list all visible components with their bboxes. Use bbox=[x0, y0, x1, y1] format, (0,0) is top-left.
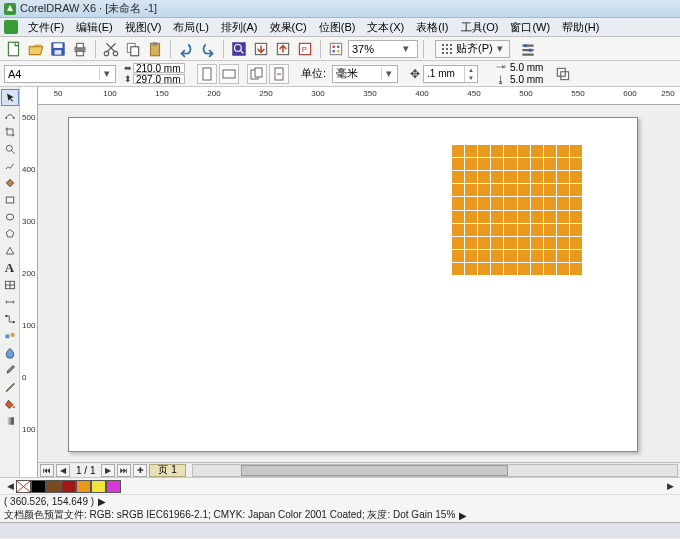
zoom-combo[interactable]: ▾ bbox=[348, 40, 418, 58]
color-swatch[interactable] bbox=[91, 480, 106, 493]
svg-rect-5 bbox=[77, 43, 84, 48]
paper-size-input[interactable] bbox=[5, 68, 99, 80]
menu-effects[interactable]: 效果(C) bbox=[264, 19, 313, 36]
basic-shapes-tool[interactable] bbox=[1, 242, 19, 259]
ellipse-tool[interactable] bbox=[1, 208, 19, 225]
page-tab[interactable]: 页 1 bbox=[149, 464, 185, 477]
page-height-input[interactable] bbox=[133, 74, 185, 84]
spin-up[interactable]: ▲ bbox=[465, 66, 477, 74]
export-button[interactable] bbox=[273, 39, 293, 59]
prev-page-button[interactable]: ◀ bbox=[56, 464, 70, 477]
palette-next-button[interactable]: ▶ bbox=[664, 479, 676, 493]
shape-tool[interactable] bbox=[1, 106, 19, 123]
menu-table[interactable]: 表格(I) bbox=[410, 19, 454, 36]
page-width-input[interactable] bbox=[133, 63, 185, 73]
save-button[interactable] bbox=[48, 39, 68, 59]
cut-button[interactable] bbox=[101, 39, 121, 59]
svg-rect-12 bbox=[153, 42, 158, 45]
snap-label: 贴齐(P) bbox=[456, 41, 493, 56]
pick-tool[interactable] bbox=[1, 89, 19, 106]
menu-edit[interactable]: 编辑(E) bbox=[70, 19, 119, 36]
no-fill-swatch[interactable] bbox=[16, 480, 31, 493]
menu-layout[interactable]: 布局(L) bbox=[167, 19, 214, 36]
nudge-input[interactable] bbox=[424, 68, 464, 79]
menu-arrange[interactable]: 排列(A) bbox=[215, 19, 264, 36]
redo-button[interactable] bbox=[198, 39, 218, 59]
new-button[interactable] bbox=[4, 39, 24, 59]
portrait-button[interactable] bbox=[197, 64, 217, 84]
search-button[interactable] bbox=[229, 39, 249, 59]
color-swatch[interactable] bbox=[76, 480, 91, 493]
publish-button[interactable]: P bbox=[295, 39, 315, 59]
dimension-tool[interactable] bbox=[1, 293, 19, 310]
first-page-button[interactable]: ⏮ bbox=[40, 464, 54, 477]
freehand-tool[interactable] bbox=[1, 157, 19, 174]
units-label: 单位: bbox=[301, 66, 326, 81]
units-combo[interactable]: ▾ bbox=[332, 65, 398, 83]
page-counter: 1 / 1 bbox=[72, 465, 99, 476]
transparency-tool[interactable] bbox=[1, 344, 19, 361]
last-page-button[interactable]: ⏭ bbox=[117, 464, 131, 477]
standard-toolbar: P ▾ 贴齐(P) ▾ bbox=[0, 37, 680, 61]
landscape-button[interactable] bbox=[219, 64, 239, 84]
interactive-fill-tool[interactable] bbox=[1, 412, 19, 429]
units-input[interactable] bbox=[333, 68, 381, 80]
crop-tool[interactable] bbox=[1, 123, 19, 140]
chevron-down-icon[interactable]: ▾ bbox=[381, 67, 395, 80]
paste-button[interactable] bbox=[145, 39, 165, 59]
horizontal-ruler[interactable]: 50 100 150 200 250 300 350 400 450 500 5… bbox=[38, 87, 680, 105]
duplicate-settings-button[interactable] bbox=[553, 64, 573, 84]
menu-logo-icon bbox=[4, 20, 18, 34]
menu-view[interactable]: 视图(V) bbox=[119, 19, 168, 36]
print-button[interactable] bbox=[70, 39, 90, 59]
outline-tool[interactable] bbox=[1, 378, 19, 395]
color-swatch[interactable] bbox=[106, 480, 121, 493]
chevron-down-icon[interactable]: ▾ bbox=[99, 67, 113, 80]
all-pages-button[interactable] bbox=[247, 64, 267, 84]
color-swatch[interactable] bbox=[61, 480, 76, 493]
polygon-tool[interactable] bbox=[1, 225, 19, 242]
title-bar: CorelDRAW X6 · [未命名 -1] bbox=[0, 0, 680, 18]
menu-file[interactable]: 文件(F) bbox=[22, 19, 70, 36]
ruler-tick: 400 bbox=[415, 89, 428, 98]
snap-button[interactable]: 贴齐(P) ▾ bbox=[435, 40, 510, 58]
palette-prev-button[interactable]: ◀ bbox=[4, 479, 16, 493]
fill-tool[interactable] bbox=[1, 395, 19, 412]
blend-tool[interactable] bbox=[1, 327, 19, 344]
eyedropper-tool[interactable] bbox=[1, 361, 19, 378]
paper-size-combo[interactable]: ▾ bbox=[4, 65, 116, 83]
app-launcher-button[interactable] bbox=[326, 39, 346, 59]
smart-fill-tool[interactable] bbox=[1, 174, 19, 191]
add-page-button[interactable]: ✚ bbox=[133, 464, 147, 477]
chevron-down-icon[interactable]: ▾ bbox=[497, 42, 503, 55]
separator bbox=[95, 40, 96, 58]
open-button[interactable] bbox=[26, 39, 46, 59]
undo-button[interactable] bbox=[176, 39, 196, 59]
horizontal-scrollbar[interactable] bbox=[192, 464, 678, 477]
zoom-input[interactable] bbox=[349, 43, 399, 55]
menu-text[interactable]: 文本(X) bbox=[361, 19, 410, 36]
vertical-ruler[interactable]: 500 400 300 200 100 0 100 bbox=[20, 87, 38, 477]
chevron-down-icon[interactable]: ▾ bbox=[399, 42, 413, 55]
drawing-canvas[interactable] bbox=[38, 105, 680, 462]
spin-down[interactable]: ▼ bbox=[465, 74, 477, 82]
next-page-button[interactable]: ▶ bbox=[101, 464, 115, 477]
rectangle-tool[interactable] bbox=[1, 191, 19, 208]
nudge-stepper[interactable]: ▲▼ bbox=[423, 65, 478, 83]
color-swatch[interactable] bbox=[46, 480, 61, 493]
zoom-tool[interactable] bbox=[1, 140, 19, 157]
color-swatch[interactable] bbox=[31, 480, 46, 493]
menu-tools[interactable]: 工具(O) bbox=[455, 19, 505, 36]
current-page-button[interactable] bbox=[269, 64, 289, 84]
menu-help[interactable]: 帮助(H) bbox=[556, 19, 605, 36]
menu-window[interactable]: 窗口(W) bbox=[504, 19, 556, 36]
copy-button[interactable] bbox=[123, 39, 143, 59]
connector-tool[interactable] bbox=[1, 310, 19, 327]
table-tool[interactable] bbox=[1, 276, 19, 293]
text-tool[interactable]: A bbox=[1, 259, 19, 276]
import-button[interactable] bbox=[251, 39, 271, 59]
scrollbar-thumb[interactable] bbox=[241, 465, 507, 476]
orange-grid-object[interactable] bbox=[452, 145, 582, 275]
options-button[interactable] bbox=[518, 39, 538, 59]
menu-bitmap[interactable]: 位图(B) bbox=[313, 19, 362, 36]
